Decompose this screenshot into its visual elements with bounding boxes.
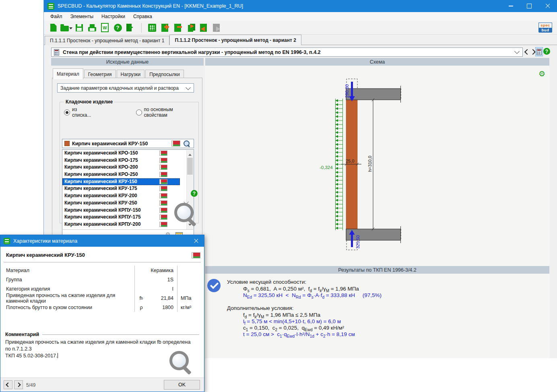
property-value: I bbox=[148, 284, 173, 293]
scrollbar-thumb[interactable] bbox=[187, 158, 193, 175]
delete-element-icon bbox=[174, 24, 181, 32]
comment-text[interactable]: Приведеная прочность на сжатие изделия д… bbox=[5, 339, 196, 359]
app-logo-icon bbox=[47, 3, 54, 10]
elements-table-button[interactable] bbox=[146, 22, 158, 33]
print-button[interactable] bbox=[86, 22, 98, 33]
open-folder-icon bbox=[60, 26, 69, 31]
tab-assumptions[interactable]: Предпосылки bbox=[145, 70, 184, 78]
property-unit bbox=[177, 284, 201, 293]
list-item[interactable]: Кирпич керамический КРО-200 bbox=[62, 164, 180, 171]
previous-material-button[interactable] bbox=[4, 380, 12, 389]
material-property-row: Материал Керамика bbox=[4, 266, 201, 275]
calculator-icon bbox=[536, 49, 542, 55]
next-element-button[interactable] bbox=[210, 22, 223, 33]
menu-bar: ФайлЭлементыНастройкиСправка bbox=[44, 12, 557, 21]
results-header: Результаты по ТКП EN 1996-3/4.2 bbox=[205, 266, 549, 274]
menu-item[interactable]: Файл bbox=[46, 12, 66, 21]
brick-combo[interactable]: Кирпич керамический КРУ-150 bbox=[62, 139, 194, 148]
radio-from-list[interactable]: из списка... bbox=[64, 107, 97, 118]
method-help-icon[interactable]: ? bbox=[543, 48, 550, 55]
material-property-row: Плотность брутто в сухом состоянии ρ 180… bbox=[4, 303, 201, 312]
next-element-icon bbox=[213, 24, 220, 32]
property-symbol bbox=[134, 275, 148, 284]
property-symbol: fb bbox=[134, 293, 148, 303]
magnifier-cursor bbox=[174, 203, 198, 228]
method-selector[interactable]: Стена при действии преимущественно верти… bbox=[51, 47, 523, 57]
wall-height-value: h=310,0 bbox=[367, 156, 372, 172]
open-file-button[interactable] bbox=[60, 22, 72, 33]
list-item[interactable]: Кирпич керамический КРУ-150 bbox=[62, 178, 180, 186]
property-label: Группа bbox=[4, 275, 134, 284]
method-prev-button[interactable] bbox=[524, 49, 530, 55]
calculator-icon bbox=[54, 49, 59, 56]
ok-button[interactable]: OK bbox=[164, 380, 200, 390]
help-button[interactable]: ? bbox=[111, 22, 124, 33]
material-name: Кирпич керамический КРУ-150 bbox=[6, 252, 85, 258]
list-item[interactable]: Кирпич керамический КРО-150 bbox=[62, 150, 180, 157]
app-logo-icon bbox=[4, 238, 10, 244]
chevron-right-icon bbox=[530, 49, 536, 55]
dropdown-caret-icon bbox=[69, 27, 72, 31]
save-button[interactable] bbox=[73, 22, 85, 33]
tab-loads[interactable]: Нагрузки bbox=[117, 70, 145, 78]
material-pager: 5/49 bbox=[26, 382, 35, 388]
list-item[interactable]: Кирпич керамический КРО-250 bbox=[62, 171, 180, 178]
tab-material[interactable]: Материал bbox=[53, 68, 83, 79]
list-item[interactable]: Кирпич керамический КРПУ-175 bbox=[62, 214, 180, 221]
list-item[interactable]: Кирпич керамический КРПУ-150 bbox=[62, 207, 180, 214]
new-document-icon bbox=[50, 24, 57, 32]
tab-variant-1[interactable]: П.1.1.1 Простенок - упрощенный метод - в… bbox=[45, 36, 169, 45]
list-help-icon[interactable]: ? bbox=[191, 190, 198, 197]
menu-item[interactable]: Элементы bbox=[66, 12, 98, 21]
belarus-flag-icon bbox=[159, 158, 167, 163]
belarus-flag-icon bbox=[159, 215, 167, 220]
chevron-left-icon bbox=[524, 49, 530, 55]
list-item[interactable]: Кирпич керамический КРУ-175 bbox=[62, 185, 180, 192]
search-icon[interactable] bbox=[184, 140, 190, 146]
export-word-button[interactable]: W bbox=[99, 22, 111, 33]
next-material-button[interactable] bbox=[14, 380, 23, 389]
scheme-settings-gear-icon[interactable]: ⚙ bbox=[538, 69, 545, 78]
minimize-icon bbox=[509, 6, 513, 6]
list-item[interactable]: Кирпич керамический КРПУ-200 bbox=[62, 221, 180, 228]
property-symbol bbox=[134, 284, 148, 293]
dialog-title: Характеристики материала bbox=[13, 238, 77, 244]
maximize-button[interactable] bbox=[520, 0, 538, 12]
list-item[interactable]: Кирпич керамический КРУ-200 bbox=[62, 192, 180, 200]
belarus-flag-icon bbox=[192, 252, 200, 258]
delete-element-button[interactable] bbox=[171, 22, 184, 33]
dialog-close-button[interactable] bbox=[188, 235, 204, 247]
property-value: Керамика bbox=[148, 266, 173, 275]
elements-grid-icon bbox=[148, 24, 156, 32]
wall-scheme-diagram: 290,00 325,50 -0,324 25,0 h=310,0 bbox=[318, 78, 411, 252]
word-export-icon: W bbox=[101, 23, 109, 32]
radio-by-properties[interactable]: по основным свойствам bbox=[136, 107, 196, 118]
menu-item[interactable]: Настройки bbox=[97, 12, 129, 21]
close-button[interactable] bbox=[538, 0, 557, 12]
method-next-button[interactable] bbox=[530, 49, 536, 55]
list-item[interactable]: Кирпич керамический КРО-175 bbox=[62, 157, 180, 164]
add-element-button[interactable] bbox=[159, 22, 171, 33]
previous-element-button[interactable] bbox=[197, 22, 210, 33]
wind-load-value: -0,324 bbox=[320, 165, 333, 170]
chevron-down-icon[interactable] bbox=[514, 49, 520, 54]
window-title: SPECBUD - Калькулятор Каменных Конструкц… bbox=[58, 3, 243, 9]
new-document-button[interactable] bbox=[47, 22, 60, 33]
exit-button[interactable] bbox=[124, 22, 137, 33]
list-item[interactable]: Кирпич керамический КРУ-250 bbox=[62, 200, 180, 207]
parameters-dropdown[interactable]: Задание параметров кладочных изделий и р… bbox=[57, 83, 194, 93]
property-unit bbox=[177, 275, 201, 284]
maximize-icon bbox=[527, 4, 532, 8]
minimize-button[interactable] bbox=[501, 0, 520, 12]
help-icon: ? bbox=[114, 24, 122, 32]
chevron-right-icon bbox=[16, 382, 21, 387]
material-property-row: Группа 1S bbox=[4, 275, 201, 284]
tab-geometry[interactable]: Геометрия bbox=[84, 70, 116, 78]
top-load-value: 290,00 bbox=[345, 84, 349, 98]
calculator-toggle-button[interactable] bbox=[535, 47, 543, 56]
bearing-check-line: NEd = 325,50 кН < NRd = Φs·A·fd = 333,88… bbox=[243, 292, 382, 299]
copy-element-button[interactable] bbox=[184, 22, 197, 33]
property-label: Материал bbox=[4, 266, 134, 275]
menu-item[interactable]: Справка bbox=[129, 12, 156, 21]
tab-variant-2[interactable]: П.1.1.2 Простенок - упрощенный метод - в… bbox=[169, 35, 301, 45]
